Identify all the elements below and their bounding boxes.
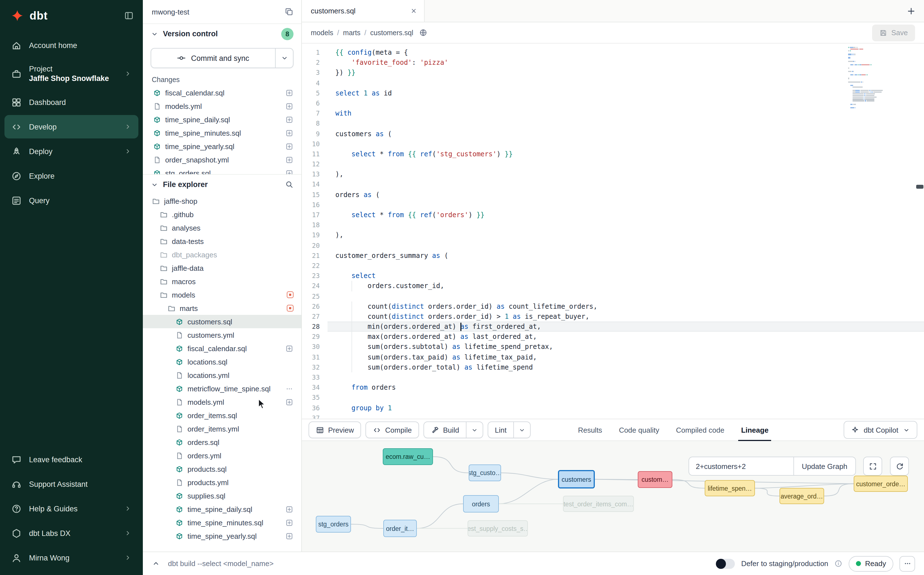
change-item-models-yml[interactable]: models.yml bbox=[143, 99, 301, 113]
code-area[interactable]: {{ config(meta = { 'favorite_food': 'piz… bbox=[328, 44, 924, 419]
more-options-button[interactable] bbox=[899, 556, 915, 571]
lint-button-main[interactable]: Lint bbox=[488, 422, 514, 438]
nav-item-project[interactable]: ProjectJaffle Shop Snowflake bbox=[5, 58, 138, 89]
tree-item-macros[interactable]: macros bbox=[143, 275, 301, 288]
lineage-node-stg_orders[interactable]: stg_orders bbox=[316, 516, 351, 532]
tree-item-models-yml[interactable]: models.yml bbox=[143, 395, 301, 409]
lint-button[interactable]: Lint bbox=[488, 421, 531, 438]
breadcrumb-marts[interactable]: marts bbox=[343, 29, 361, 37]
tree-item-jaffle-data[interactable]: jaffle-data bbox=[143, 261, 301, 275]
stage-file-icon[interactable] bbox=[285, 505, 293, 513]
tree-item-supplies-sql[interactable]: supplies.sql bbox=[143, 489, 301, 502]
lineage-node-test_order_items[interactable]: test_order_items_com… bbox=[563, 496, 634, 512]
lineage-node-lifetime_spend[interactable]: lifetime_spen… bbox=[705, 480, 755, 496]
tree-item-order-items-yml[interactable]: order_items.yml bbox=[143, 422, 301, 435]
stage-file-icon[interactable] bbox=[285, 518, 293, 527]
tree-item-time-spine-daily-sql[interactable]: time_spine_daily.sql bbox=[143, 502, 301, 516]
tab-code-quality[interactable]: Code quality bbox=[610, 419, 667, 440]
status-ready-badge[interactable]: Ready bbox=[849, 556, 893, 571]
lineage-panel[interactable]: ecom.raw_cu…stg_custo…customerscustom…li… bbox=[302, 441, 924, 551]
lineage-node-orders[interactable]: orders bbox=[463, 495, 499, 513]
tab-results[interactable]: Results bbox=[570, 419, 611, 440]
change-item-stg-orders-sql[interactable]: stg_orders.sql bbox=[143, 166, 301, 174]
compile-button[interactable]: Compile bbox=[366, 421, 419, 438]
compile-button-main[interactable]: Compile bbox=[366, 422, 418, 438]
code-editor[interactable]: 1234567891011121314151617181920212223242… bbox=[302, 44, 924, 419]
scrollbar-thumb[interactable] bbox=[916, 185, 924, 189]
nav-item-dashboard[interactable]: Dashboard bbox=[5, 91, 138, 114]
lineage-node-stg_customers[interactable]: stg_custo… bbox=[469, 464, 501, 481]
nav-item-user[interactable]: Mirna Wong bbox=[5, 546, 138, 569]
lineage-selector-input[interactable] bbox=[689, 457, 793, 476]
stage-file-icon[interactable] bbox=[285, 129, 293, 137]
breadcrumb-models[interactable]: models bbox=[311, 29, 333, 37]
fullscreen-button[interactable] bbox=[863, 457, 882, 476]
build-button[interactable]: Build bbox=[423, 421, 483, 438]
search-icon[interactable] bbox=[285, 180, 293, 189]
nav-item-leave-feedback[interactable]: Leave feedback bbox=[5, 448, 138, 471]
tree-item-orders-sql[interactable]: orders.sql bbox=[143, 435, 301, 449]
expand-command-drawer-button[interactable] bbox=[152, 559, 160, 568]
stage-file-icon[interactable] bbox=[285, 156, 293, 164]
lineage-node-customers[interactable]: customers bbox=[558, 470, 595, 488]
nav-item-deploy[interactable]: Deploy bbox=[5, 140, 138, 163]
lint-options-button[interactable] bbox=[514, 422, 530, 438]
update-graph-button[interactable]: Update Graph bbox=[793, 457, 856, 476]
stage-file-icon[interactable] bbox=[285, 344, 293, 353]
save-button[interactable]: Save bbox=[872, 24, 915, 41]
tree-item-orders-yml[interactable]: orders.yml bbox=[143, 449, 301, 462]
change-item-time-spine-minutes-sql[interactable]: time_spine_minutes.sql bbox=[143, 126, 301, 140]
stage-file-icon[interactable] bbox=[285, 115, 293, 124]
stage-file-icon[interactable] bbox=[285, 398, 293, 406]
commit-and-sync-button[interactable]: Commit and sync bbox=[151, 49, 275, 68]
docs-globe-icon[interactable] bbox=[419, 29, 427, 37]
tree-item-analyses[interactable]: analyses bbox=[143, 221, 301, 235]
stage-file-icon[interactable] bbox=[285, 89, 293, 97]
editor-tab-customers-sql[interactable]: customers.sql bbox=[302, 0, 425, 22]
tree-item-jaffle-shop[interactable]: jaffle-shop bbox=[143, 194, 301, 208]
copy-branch-button[interactable] bbox=[285, 7, 293, 16]
change-item-order-snapshot-yml[interactable]: order_snapshot.yml bbox=[143, 153, 301, 166]
file-options-icon[interactable] bbox=[285, 384, 293, 393]
tree-item-data-tests[interactable]: data-tests bbox=[143, 235, 301, 248]
command-input-placeholder[interactable]: dbt build --select <model_name> bbox=[168, 559, 274, 568]
tree-item-github[interactable]: .github bbox=[143, 208, 301, 221]
nav-item-develop[interactable]: Develop bbox=[5, 115, 138, 138]
stage-file-icon[interactable] bbox=[285, 102, 293, 110]
tree-item-time-spine-yearly-sql[interactable]: time_spine_yearly.sql bbox=[143, 529, 301, 543]
tree-item-locations-yml[interactable]: locations.yml bbox=[143, 369, 301, 382]
commit-options-button[interactable] bbox=[275, 49, 293, 68]
stage-file-icon[interactable] bbox=[285, 142, 293, 151]
preview-button[interactable]: Preview bbox=[309, 421, 361, 438]
lineage-node-ecom_raw[interactable]: ecom.raw_cu… bbox=[383, 448, 433, 465]
tree-item-fiscal-calendar-sql[interactable]: fiscal_calendar.sql bbox=[143, 342, 301, 355]
file-explorer-header[interactable]: File explorer bbox=[143, 174, 301, 194]
nav-item-query[interactable]: Query bbox=[5, 189, 138, 212]
tab-lineage[interactable]: Lineage bbox=[732, 419, 777, 440]
nav-item-account-home[interactable]: Account home bbox=[5, 33, 138, 57]
nav-item-support-assistant[interactable]: Support Assistant bbox=[5, 472, 138, 496]
close-tab-icon[interactable] bbox=[410, 7, 417, 14]
new-tab-button[interactable] bbox=[898, 0, 924, 22]
tree-item-marts[interactable]: marts bbox=[143, 302, 301, 315]
tree-item-dbt-packages[interactable]: dbt_packages bbox=[143, 248, 301, 261]
tree-item-order-items-sql[interactable]: order_items.sql bbox=[143, 409, 301, 422]
nav-item-dbt-labs-dx[interactable]: dbt Labs DX bbox=[5, 521, 138, 545]
dbt-logo[interactable]: dbt bbox=[10, 8, 48, 23]
tree-item-locations-sql[interactable]: locations.sql bbox=[143, 355, 301, 369]
tree-item-time-spine-minutes-sql[interactable]: time_spine_minutes.sql bbox=[143, 516, 301, 529]
tree-item-metricflow-time-spine-sql[interactable]: metricflow_time_spine.sql bbox=[143, 382, 301, 395]
preview-button-main[interactable]: Preview bbox=[309, 422, 361, 438]
info-icon[interactable] bbox=[834, 559, 843, 568]
lineage-node-customer_orders[interactable]: customer_orde… bbox=[854, 476, 908, 492]
build-button-main[interactable]: Build bbox=[424, 422, 466, 438]
collapse-sidebar-button[interactable] bbox=[124, 11, 134, 21]
build-options-button[interactable] bbox=[466, 422, 483, 438]
tree-item-customers-sql[interactable]: customers.sql bbox=[143, 315, 301, 328]
nav-item-help-guides[interactable]: Help & Guides bbox=[5, 497, 138, 520]
tree-item-products-sql[interactable]: products.sql bbox=[143, 462, 301, 476]
tab-compiled-code[interactable]: Compiled code bbox=[667, 419, 732, 440]
minimap[interactable] bbox=[848, 47, 892, 111]
tree-item-customers-yml[interactable]: customers.yml bbox=[143, 328, 301, 342]
breadcrumb-file[interactable]: customers.sql bbox=[370, 29, 413, 37]
